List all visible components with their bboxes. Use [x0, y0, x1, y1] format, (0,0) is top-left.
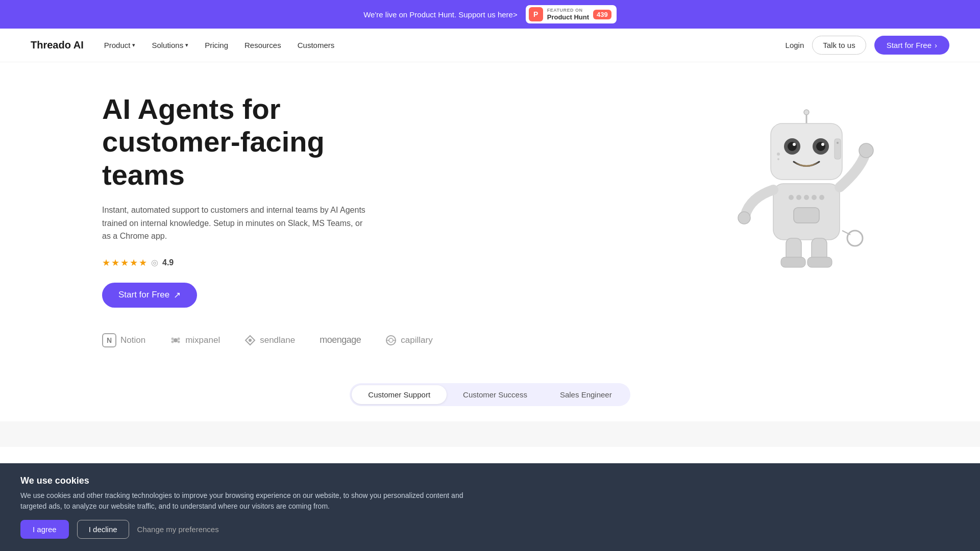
logo-notion: N Notion — [102, 333, 145, 347]
solutions-chevron-icon: ▾ — [185, 42, 188, 48]
svg-rect-2 — [771, 123, 842, 180]
logo-moengage: moengage — [320, 335, 361, 345]
svg-point-34 — [249, 339, 252, 342]
svg-rect-26 — [781, 257, 805, 267]
sendlane-icon — [244, 335, 256, 346]
bottom-section — [0, 421, 980, 447]
product-hunt-badge[interactable]: P FEATURED ON Product Hunt 439 — [526, 5, 617, 23]
rating-row: ★ ★ ★ ★ ★ ◎ 4.9 — [102, 257, 408, 268]
notion-label: Notion — [120, 335, 145, 345]
svg-point-18 — [819, 195, 824, 200]
nav-resources[interactable]: Resources — [244, 41, 281, 49]
capillary-label: capillary — [401, 335, 432, 345]
rating-badge-icon: ◎ — [151, 258, 158, 267]
mixpanel-icon — [170, 335, 181, 346]
svg-point-10 — [777, 158, 779, 160]
hero-title: AI Agents for customer-facing teams — [102, 93, 408, 191]
capillary-icon — [385, 335, 397, 346]
star-3: ★ — [120, 257, 129, 268]
svg-point-17 — [812, 195, 817, 200]
ph-count: 439 — [593, 10, 611, 19]
svg-point-31 — [172, 340, 174, 343]
svg-point-1 — [804, 110, 809, 115]
tabs-section: Customer Support Customer Success Sales … — [0, 368, 980, 421]
svg-point-20 — [738, 212, 750, 224]
svg-point-5 — [793, 143, 796, 146]
cta-arrow-icon: ↗ — [174, 290, 181, 300]
star-4: ★ — [130, 257, 138, 268]
hero-section: AI Agents for customer-facing teams Inst… — [0, 62, 980, 328]
svg-point-28 — [174, 338, 178, 342]
hero-start-free-button[interactable]: Start for Free ↗ — [102, 283, 197, 308]
notion-icon: N — [102, 333, 116, 347]
svg-point-30 — [178, 337, 180, 340]
arrow-icon: › — [935, 41, 937, 49]
login-button[interactable]: Login — [786, 41, 804, 49]
talk-to-us-button[interactable]: Talk to us — [812, 36, 866, 55]
nav-solutions[interactable]: Solutions ▾ — [152, 41, 188, 49]
svg-point-32 — [178, 340, 180, 343]
svg-point-29 — [172, 337, 174, 340]
svg-point-21 — [859, 143, 873, 158]
hero-robot-illustration — [735, 108, 919, 292]
svg-point-7 — [816, 142, 825, 151]
start-free-button[interactable]: Start for Free › — [874, 36, 949, 55]
logo-sendlane: sendlane — [244, 335, 295, 346]
star-2: ★ — [111, 257, 119, 268]
star-1: ★ — [102, 257, 110, 268]
svg-point-22 — [847, 231, 863, 246]
hero-description: Instant, automated support to customers … — [102, 204, 368, 243]
logo-capillary: capillary — [385, 335, 432, 346]
tab-sales-engineer[interactable]: Sales Engineer — [544, 385, 628, 404]
svg-point-36 — [389, 338, 393, 342]
tab-customer-success[interactable]: Customer Success — [447, 385, 544, 404]
svg-point-8 — [821, 143, 824, 146]
logos-section: N Notion mixpanel sendlane moengage c — [0, 328, 980, 368]
tab-customer-support[interactable]: Customer Support — [352, 385, 447, 404]
product-chevron-icon: ▾ — [132, 42, 135, 48]
svg-point-14 — [789, 195, 794, 200]
top-banner: We're live on Product Hunt. Support us h… — [0, 0, 980, 29]
sendlane-label: sendlane — [260, 335, 295, 345]
tabs-container: Customer Support Customer Success Sales … — [350, 383, 630, 406]
moengage-label: moengage — [320, 335, 361, 345]
svg-point-16 — [804, 195, 809, 200]
svg-point-4 — [788, 142, 797, 151]
svg-point-15 — [796, 195, 801, 200]
ph-text: FEATURED ON Product Hunt — [547, 8, 589, 21]
svg-rect-19 — [794, 208, 819, 223]
nav-actions: Login Talk to us Start for Free › — [786, 36, 949, 55]
star-rating: ★ ★ ★ ★ ★ — [102, 257, 147, 268]
logo-mixpanel: mixpanel — [170, 335, 220, 346]
nav-product[interactable]: Product ▾ — [104, 41, 136, 49]
svg-rect-27 — [807, 257, 832, 267]
mixpanel-label: mixpanel — [185, 335, 220, 345]
rating-value: 4.9 — [162, 258, 174, 267]
ph-icon: P — [529, 7, 543, 21]
svg-point-12 — [837, 142, 839, 144]
star-5-half: ★ — [139, 257, 147, 268]
svg-point-9 — [777, 153, 780, 156]
robot-svg — [735, 108, 878, 277]
navbar: Threado AI Product ▾ Solutions ▾ Pricing… — [0, 29, 980, 62]
nav-pricing[interactable]: Pricing — [205, 41, 228, 49]
banner-text: We're live on Product Hunt. Support us h… — [363, 10, 518, 19]
nav-links: Product ▾ Solutions ▾ Pricing Resources … — [104, 41, 786, 49]
nav-logo[interactable]: Threado AI — [31, 39, 84, 51]
hero-content: AI Agents for customer-facing teams Inst… — [102, 93, 408, 308]
nav-customers[interactable]: Customers — [298, 41, 335, 49]
